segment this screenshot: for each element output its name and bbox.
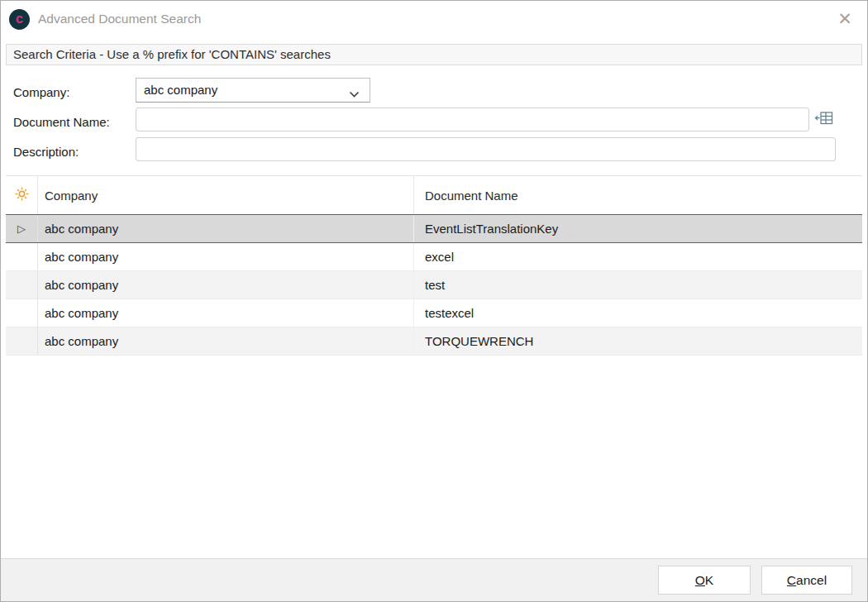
row-indicator	[6, 271, 38, 299]
close-icon[interactable]: ✕	[834, 8, 856, 30]
ok-button-label: OK	[695, 573, 713, 588]
table-row[interactable]: abc company testexcel	[6, 299, 862, 327]
cell-document-name: testexcel	[414, 299, 862, 327]
cell-document-name: TORQUEWRENCH	[414, 327, 862, 355]
table-row[interactable]: ▷ abc company EventListTranslationKey	[6, 214, 862, 243]
cell-document-name: excel	[414, 243, 862, 270]
cell-company: abc company	[38, 327, 414, 355]
cell-company: abc company	[38, 215, 414, 242]
document-name-label: Document Name:	[13, 115, 110, 129]
table-row[interactable]: abc company TORQUEWRENCH	[6, 327, 862, 356]
sun-icon	[15, 187, 29, 203]
company-label: Company:	[13, 85, 69, 99]
cell-company: abc company	[38, 299, 414, 327]
results-grid: Company Document Name ▷ abc company Even…	[6, 175, 862, 558]
row-indicator	[6, 243, 38, 270]
company-dropdown[interactable]: abc company	[136, 78, 370, 103]
cell-document-name: EventListTranslationKey	[414, 215, 862, 242]
cell-company: abc company	[38, 271, 414, 299]
document-name-input[interactable]	[136, 108, 809, 131]
row-indicator	[6, 299, 38, 327]
grid-body: ▷ abc company EventListTranslationKey ab…	[6, 214, 862, 356]
company-dropdown-value: abc company	[144, 79, 217, 102]
grid-options-button[interactable]	[6, 176, 38, 214]
cell-document-name: test	[414, 271, 862, 299]
grid-header-row: Company Document Name	[6, 176, 862, 215]
dialog-footer: OK Cancel	[1, 558, 867, 601]
table-row[interactable]: abc company excel	[6, 243, 862, 271]
title-bar: c Advanced Document Search ✕	[1, 1, 867, 39]
cell-company: abc company	[38, 243, 414, 270]
chevron-down-icon	[349, 87, 360, 102]
app-logo-icon: c	[9, 9, 30, 30]
row-indicator	[6, 327, 38, 355]
row-indicator: ▷	[6, 215, 38, 242]
window-title: Advanced Document Search	[38, 12, 201, 26]
ok-button[interactable]: OK	[658, 566, 751, 595]
search-criteria-header: Search Criteria - Use a % prefix for 'CO…	[6, 44, 862, 65]
table-row[interactable]: abc company test	[6, 271, 862, 299]
advanced-document-search-dialog: c Advanced Document Search ✕ Search Crit…	[0, 0, 868, 602]
cancel-button[interactable]: Cancel	[761, 566, 852, 595]
description-input[interactable]	[136, 137, 836, 161]
grid-lookup-icon[interactable]	[813, 111, 833, 127]
cancel-button-label: Cancel	[787, 573, 827, 588]
description-label: Description:	[13, 145, 79, 159]
app-logo-letter: c	[16, 12, 23, 26]
column-header-document-name[interactable]: Document Name	[414, 176, 862, 214]
column-header-company[interactable]: Company	[38, 176, 414, 214]
